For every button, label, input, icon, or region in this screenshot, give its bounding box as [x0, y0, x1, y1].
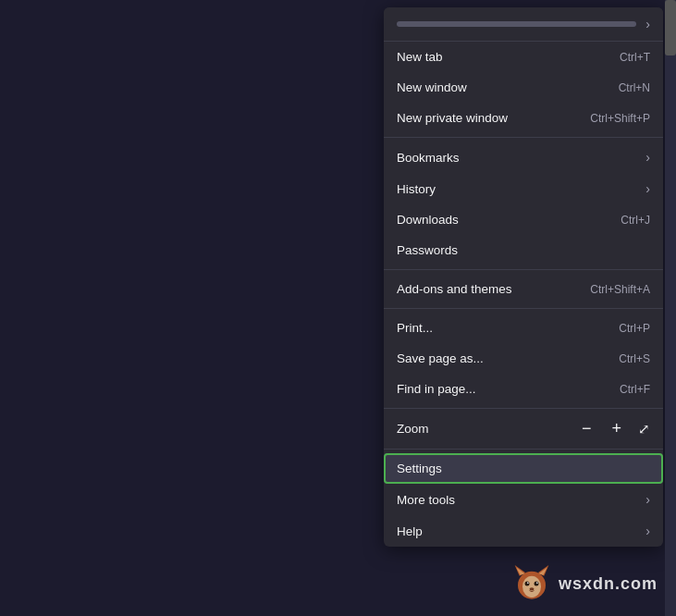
svg-point-6: [524, 582, 529, 586]
scrollbar-thumb[interactable]: [665, 0, 676, 55]
watermark-text: wsxdn.com: [559, 574, 658, 594]
menu-item-label-history: History: [397, 182, 436, 196]
menu-item-label-new-tab: New tab: [397, 50, 443, 64]
menu-item-shortcut-new-window: Ctrl+N: [619, 81, 650, 94]
menu-divider: [384, 269, 663, 270]
menu-item-label-find: Find in page...: [397, 382, 476, 396]
menu-item-find[interactable]: Find in page...Ctrl+F: [384, 374, 663, 404]
menu-item-bookmarks[interactable]: Bookmarks›: [384, 142, 663, 173]
menu-item-passwords[interactable]: Passwords: [384, 235, 663, 265]
menu-item-arrow-icon-bookmarks: ›: [645, 150, 650, 165]
menu-item-arrow-icon-more-tools: ›: [645, 492, 650, 507]
menu-item-downloads[interactable]: DownloadsCtrl+J: [384, 204, 663, 235]
menu-item-new-tab[interactable]: New tabCtrl+T: [384, 42, 663, 72]
zoom-minus-button[interactable]: −: [578, 419, 596, 438]
menu-item-new-private-window[interactable]: New private windowCtrl+Shift+P: [384, 103, 663, 133]
menu-header-arrow-icon: ›: [645, 17, 650, 31]
menu-item-label-bookmarks: Bookmarks: [397, 151, 460, 165]
zoom-expand-icon[interactable]: ⤢: [638, 421, 650, 437]
menu-item-more-tools[interactable]: More tools›: [384, 484, 663, 515]
menu-header: ›: [384, 7, 663, 42]
context-menu: › New tabCtrl+TNew windowCtrl+NNew priva…: [384, 7, 663, 547]
menu-item-addons[interactable]: Add-ons and themesCtrl+Shift+A: [384, 274, 663, 304]
zoom-row: Zoom − + ⤢: [384, 413, 663, 445]
menu-item-shortcut-new-tab: Ctrl+T: [620, 51, 650, 64]
menu-item-arrow-icon-history: ›: [645, 181, 650, 196]
svg-point-9: [536, 582, 538, 584]
menu-item-settings[interactable]: Settings: [384, 453, 663, 484]
menu-item-arrow-icon-help: ›: [645, 524, 650, 538]
menu-item-label-new-private-window: New private window: [397, 111, 508, 125]
menu-item-help[interactable]: Help›: [384, 515, 663, 547]
menu-item-shortcut-save-page: Ctrl+S: [619, 352, 650, 365]
menu-item-shortcut-find: Ctrl+F: [620, 383, 650, 396]
menu-item-label-settings: Settings: [397, 462, 442, 475]
menu-item-history[interactable]: History›: [384, 173, 663, 204]
menu-item-label-addons: Add-ons and themes: [397, 282, 512, 296]
menu-item-shortcut-downloads: Ctrl+J: [621, 214, 650, 227]
menu-item-label-downloads: Downloads: [397, 213, 459, 227]
menu-divider: [384, 408, 663, 409]
menu-item-label-new-window: New window: [397, 80, 467, 94]
menu-header-bar: [397, 21, 636, 27]
scrollbar-track[interactable]: [665, 0, 676, 616]
menu-items-list: New tabCtrl+TNew windowCtrl+NNew private…: [384, 42, 663, 547]
menu-item-shortcut-new-private-window: Ctrl+Shift+P: [590, 112, 650, 125]
menu-item-label-passwords: Passwords: [397, 243, 458, 257]
svg-point-7: [534, 582, 538, 586]
menu-item-shortcut-addons: Ctrl+Shift+A: [590, 283, 650, 296]
menu-divider: [384, 449, 663, 450]
svg-point-10: [529, 587, 534, 590]
zoom-controls: − + ⤢: [578, 419, 650, 438]
watermark-logo-icon: [509, 561, 555, 607]
svg-point-1: [522, 576, 541, 598]
menu-item-label-print: Print...: [397, 321, 433, 335]
menu-divider: [384, 137, 663, 138]
zoom-plus-button[interactable]: +: [608, 419, 625, 438]
watermark: wsxdn.com: [509, 561, 658, 607]
menu-item-save-page[interactable]: Save page as...Ctrl+S: [384, 343, 663, 374]
svg-point-8: [527, 582, 529, 584]
zoom-label: Zoom: [397, 422, 429, 436]
menu-item-shortcut-print: Ctrl+P: [619, 322, 650, 335]
menu-item-label-save-page: Save page as...: [397, 351, 484, 365]
menu-item-label-more-tools: More tools: [397, 493, 455, 507]
menu-item-new-window[interactable]: New windowCtrl+N: [384, 72, 663, 103]
menu-item-print[interactable]: Print...Ctrl+P: [384, 313, 663, 343]
menu-divider: [384, 308, 663, 309]
menu-item-label-help: Help: [397, 524, 423, 538]
